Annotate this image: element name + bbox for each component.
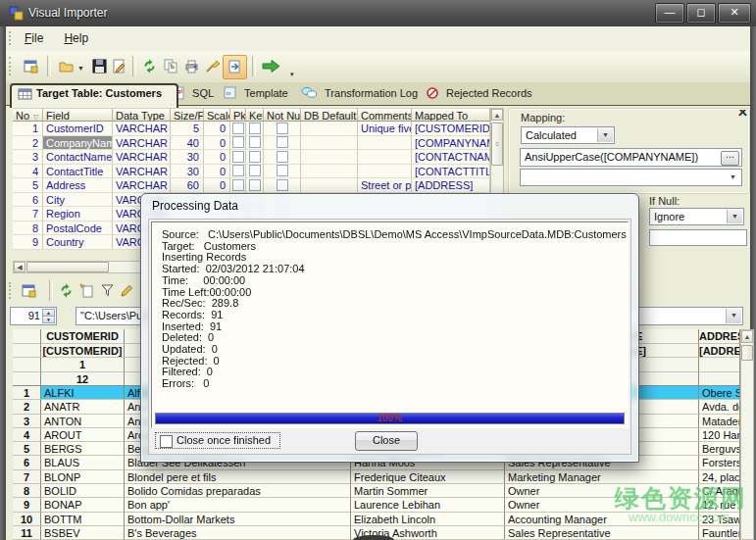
- row-number: 9: [13, 498, 41, 512]
- column-header[interactable]: Data Type: [113, 108, 171, 122]
- checkbox[interactable]: [277, 151, 288, 163]
- checkbox[interactable]: [249, 165, 261, 176]
- checkbox[interactable]: [232, 165, 244, 176]
- scroll-up-icon[interactable]: ▲: [491, 109, 503, 121]
- scroll-up-icon[interactable]: ▲: [741, 330, 753, 343]
- row-number: 3: [13, 415, 41, 428]
- preview-edit-icon[interactable]: [116, 279, 138, 302]
- if-null-value-input[interactable]: [649, 229, 747, 246]
- dialog-close-button[interactable]: Close: [355, 431, 418, 451]
- edit-icon[interactable]: [108, 55, 130, 77]
- cell-contactname: Martin Sommer: [351, 484, 505, 498]
- log-line: Time: 00:00:00: [162, 275, 627, 287]
- clean-broom-icon[interactable]: [201, 55, 224, 77]
- column-header[interactable]: Mapped To: [412, 108, 490, 122]
- dialog-client: Source: C:\Users\Public\Documents\DBSL\D…: [148, 219, 631, 455]
- column-header[interactable]: Pk: [230, 108, 246, 122]
- checkbox-label: Close once finished: [176, 434, 271, 446]
- fields-table-header[interactable]: No▽FieldData TypeSize/PrScalePkKeyNot Nu…: [13, 108, 490, 122]
- spin-down-icon[interactable]: ▼: [42, 316, 55, 323]
- row-number: 7: [13, 470, 41, 484]
- scrollbar-thumb[interactable]: ≡: [491, 123, 503, 166]
- mapping-type-select[interactable]: Calculated ▼: [521, 126, 615, 144]
- export-data-icon[interactable]: [223, 55, 247, 79]
- minimize-button[interactable]: —: [655, 3, 684, 24]
- close-once-finished-option[interactable]: Close once finished: [155, 432, 280, 449]
- cell-comments: Street or po: [358, 178, 412, 193]
- chevron-down-icon[interactable]: ▼: [597, 128, 613, 142]
- checkbox[interactable]: [277, 123, 288, 134]
- close-button[interactable]: ✕: [718, 3, 751, 24]
- cell-size: 60: [171, 178, 204, 193]
- preview-add-icon[interactable]: [76, 279, 98, 302]
- checkbox[interactable]: [249, 151, 261, 163]
- column-header[interactable]: Scale: [204, 108, 230, 122]
- if-null-select[interactable]: Ignore ▼: [649, 208, 744, 225]
- field-row[interactable]: 1CustomerIDVARCHAR50Unique five-[CUSTOME…: [13, 122, 490, 136]
- scrollbar-thumb[interactable]: [26, 262, 109, 272]
- column-header[interactable]: Size/Pr: [171, 108, 204, 122]
- table-icon: [18, 87, 33, 99]
- tab-transformation-log[interactable]: Transformation Log: [301, 85, 418, 106]
- cell-comments: Unique five-: [358, 122, 412, 136]
- record-count-spinner[interactable]: 91 ▲ ▼: [10, 307, 57, 325]
- column-header[interactable]: Not Null: [264, 108, 301, 122]
- field-row[interactable]: 2CompanyNameVARCHAR400[COMPANYNAME]: [13, 136, 490, 151]
- cell-no: 6: [13, 193, 43, 208]
- rejected-icon: [426, 85, 439, 97]
- column-header[interactable]: No▽: [13, 108, 43, 122]
- scrollbar-thumb[interactable]: [741, 345, 753, 361]
- open-icon[interactable]: [55, 55, 77, 77]
- preview-refresh-icon[interactable]: [55, 279, 77, 302]
- tab-template[interactable]: ‹› Template: [224, 85, 288, 106]
- log-line: Deleted: 0: [162, 332, 627, 344]
- refresh-icon[interactable]: [138, 55, 161, 77]
- column-header[interactable]: Comments: [358, 108, 412, 122]
- cell-contactname: Elizabeth Lincoln: [351, 513, 505, 526]
- menu-help[interactable]: Help: [55, 26, 97, 49]
- chevron-down-icon[interactable]: ▼: [726, 171, 740, 184]
- chevron-down-icon[interactable]: ▼: [726, 309, 741, 323]
- tab-label: Rejected Records: [446, 85, 531, 102]
- checkbox[interactable]: [277, 179, 288, 191]
- checkbox[interactable]: [249, 179, 261, 191]
- field-row[interactable]: 4ContactTitleVARCHAR300[CONTACTTITLE]: [13, 165, 490, 179]
- column-header[interactable]: Key: [246, 108, 264, 122]
- menu-grip: [9, 31, 14, 45]
- print-icon[interactable]: [180, 55, 203, 77]
- checkbox[interactable]: [277, 165, 288, 176]
- checkbox[interactable]: [232, 151, 244, 163]
- field-row[interactable]: 5AddressVARCHAR600Street or po[ADDRESS]: [13, 178, 490, 193]
- menu-file[interactable]: File: [16, 26, 52, 49]
- cell-size: 30: [171, 150, 204, 165]
- open-dropdown-icon[interactable]: ▼: [77, 61, 84, 73]
- tab-target-table[interactable]: Target Table: Customers: [10, 83, 178, 108]
- column-header[interactable]: DB Default: [301, 108, 358, 122]
- field-row[interactable]: 3ContactNameVARCHAR300[CONTACTNAME]: [13, 150, 490, 165]
- expression-input[interactable]: AnsiUpperCase([COMPANYNAME]) ⋯: [520, 148, 742, 167]
- toolbar-grip: [9, 282, 14, 299]
- log-line: Inserted: 91: [162, 321, 627, 333]
- expression-history-select[interactable]: ▼: [520, 169, 742, 186]
- preview-properties-icon[interactable]: [18, 279, 40, 302]
- checkbox[interactable]: [277, 136, 288, 148]
- checkbox[interactable]: [232, 123, 244, 134]
- tab-sql[interactable]: sql SQL: [173, 85, 214, 106]
- checkbox[interactable]: [249, 136, 261, 148]
- scroll-left-icon[interactable]: ◀: [14, 262, 25, 272]
- properties-icon[interactable]: [20, 55, 42, 77]
- toolbar-overflow-icon[interactable]: ▾: [290, 67, 294, 78]
- chevron-down-icon[interactable]: ▼: [727, 210, 742, 223]
- checkbox[interactable]: [232, 179, 244, 191]
- checkbox[interactable]: [232, 136, 244, 148]
- checkbox[interactable]: [249, 123, 261, 134]
- expression-builder-button[interactable]: ⋯: [721, 151, 739, 166]
- run-icon[interactable]: [258, 55, 285, 77]
- copy-icon[interactable]: [160, 55, 182, 77]
- close-once-finished-checkbox[interactable]: [160, 435, 173, 448]
- spinner-buttons[interactable]: ▲ ▼: [42, 309, 55, 323]
- column-header[interactable]: Field: [43, 108, 113, 122]
- tab-rejected-records[interactable]: Rejected Records: [426, 85, 532, 106]
- maximize-button[interactable]: ◻: [686, 3, 716, 24]
- row-number: 1: [13, 386, 41, 400]
